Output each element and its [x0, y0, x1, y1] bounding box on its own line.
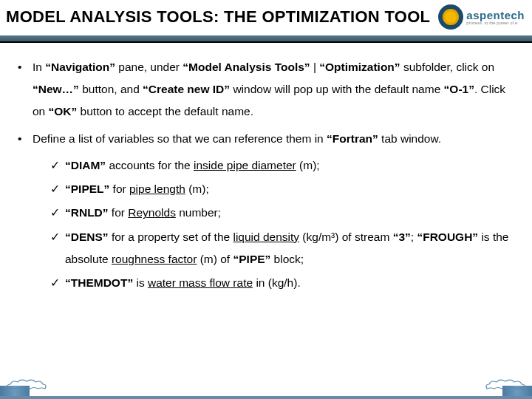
text-run: “RNLD”	[65, 206, 109, 219]
text-run: |	[310, 61, 320, 73]
aspentech-logo: aspentech process. to the power of e	[438, 4, 525, 30]
bullet-marker-icon: •	[16, 56, 33, 123]
text-run: pipe length	[129, 183, 185, 195]
checkmark-icon: ✓	[50, 154, 65, 177]
text-run: tab window.	[378, 132, 441, 145]
text-run: pane, under	[115, 61, 183, 73]
text-run: for a property set of the	[109, 231, 233, 243]
text-run: “FROUGH”	[417, 231, 478, 243]
text-run: (m);	[296, 159, 320, 171]
sub-bullet-text: “RNLD” for Reynolds number;	[65, 202, 516, 224]
text-run: “DENS”	[65, 231, 109, 243]
text-run: “THEMDOT”	[65, 276, 133, 289]
cloud-ornament-icon	[483, 378, 528, 393]
sub-bullet-item: ✓ “DENS” for a property set of the liqui…	[50, 226, 516, 270]
text-run: button, and	[79, 83, 143, 95]
logo-tagline: process. to the power of e	[466, 21, 525, 25]
slide-body: •In “Navigation” pane, under “Model Anal…	[0, 43, 532, 294]
text-run: “DIAM”	[65, 159, 106, 171]
logo-name: aspentech	[466, 10, 525, 21]
text-run: In	[33, 61, 45, 73]
bullet-text: Define a list of variables so that we ca…	[33, 128, 516, 150]
text-run: “Navigation”	[45, 61, 115, 73]
text-run: “Create new ID”	[143, 83, 230, 95]
text-run: Reynolds	[128, 206, 176, 219]
checkmark-icon: ✓	[50, 272, 65, 294]
sub-bullet-text: “DIAM” accounts for the inside pipe diam…	[65, 154, 516, 177]
bullet-text: In “Navigation” pane, under “Model Analy…	[33, 56, 516, 123]
text-run: is	[133, 276, 148, 289]
logo-badge-icon	[438, 4, 463, 30]
text-run: water mass flow rate	[148, 276, 253, 289]
checkmark-icon: ✓	[50, 202, 65, 224]
text-run: roughness factor	[112, 253, 197, 265]
sub-bullet-text: “THEMDOT” is water mass flow rate in (kg…	[65, 272, 516, 294]
text-run: inside pipe diameter	[194, 159, 296, 171]
text-run: (m);	[185, 183, 209, 195]
text-run: Define a list of variables so that we ca…	[33, 132, 327, 145]
text-run: “O-1”	[444, 83, 474, 95]
text-run: (m) of	[197, 253, 233, 265]
sub-bullet-item: ✓“THEMDOT” is water mass flow rate in (k…	[50, 272, 516, 294]
sub-bullet-text: “PIPEL” for pipe length (m);	[65, 178, 516, 200]
text-run: in (kg/h).	[253, 276, 301, 289]
text-run: number;	[176, 206, 221, 219]
text-run: for	[109, 183, 129, 195]
text-run: “PIPE”	[233, 253, 270, 265]
text-run: “3”	[393, 231, 411, 243]
text-run: subfolder, click on	[400, 61, 495, 73]
checkmark-icon: ✓	[50, 226, 65, 270]
bullet-marker-icon: •	[16, 128, 33, 150]
bullet-item: •Define a list of variables so that we c…	[16, 128, 516, 150]
bullet-item: •In “Navigation” pane, under “Model Anal…	[16, 56, 516, 123]
text-run: “Model Analysis Tools”	[183, 61, 310, 73]
text-run: for	[109, 206, 129, 219]
text-run: accounts for the	[106, 159, 194, 171]
sub-bullet-item: ✓“PIPEL” for pipe length (m);	[50, 178, 516, 200]
text-run: “Optimization”	[319, 61, 400, 73]
footer-ornament	[0, 378, 532, 399]
sub-bullet-text: “DENS” for a property set of the liquid …	[65, 226, 516, 270]
text-run: block;	[270, 253, 304, 265]
text-run: “Fortran”	[327, 132, 378, 145]
text-run: “OK”	[49, 105, 78, 117]
cloud-ornament-icon	[4, 378, 49, 393]
slide-header: MODEL ANALYSIS TOOLS: THE OPTIMIZATION T…	[0, 0, 532, 43]
text-run: window will pop up with the default name	[230, 83, 444, 95]
sub-bullet-item: ✓“DIAM” accounts for the inside pipe dia…	[50, 154, 516, 177]
text-run: “PIPEL”	[65, 183, 109, 195]
text-run: “New…”	[33, 83, 79, 95]
text-run: (kg/m³) of stream	[299, 231, 393, 243]
checkmark-icon: ✓	[50, 178, 65, 200]
text-run: button to accept the default name.	[77, 105, 253, 117]
text-run: liquid density	[233, 231, 299, 243]
sub-bullet-item: ✓ “RNLD” for Reynolds number;	[50, 202, 516, 224]
